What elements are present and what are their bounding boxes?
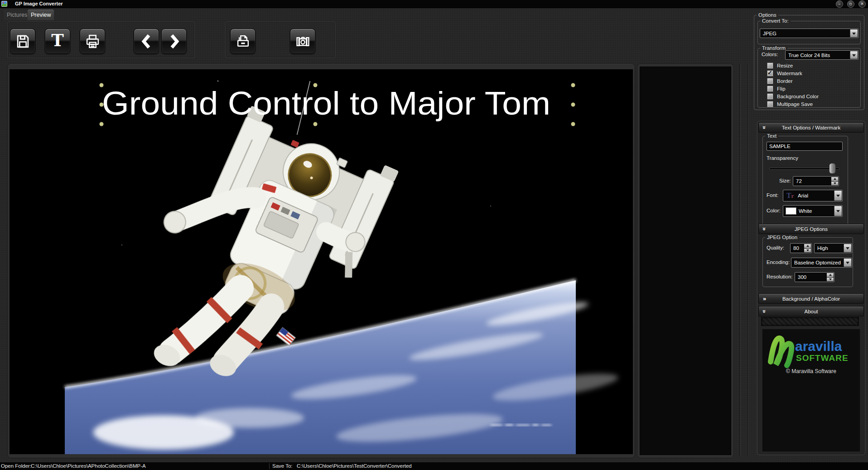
convert-to-dropdown[interactable]: JPEG — [760, 29, 858, 38]
tab-pictures[interactable]: Pictures — [4, 10, 30, 20]
checkbox-row-flip[interactable]: Flip — [767, 85, 786, 92]
text-watermark-icon: T — [51, 32, 64, 49]
checkbox-row-watermark[interactable]: Watermark — [767, 70, 802, 77]
watermark-checkbox[interactable] — [767, 70, 773, 77]
spin-up-icon — [831, 177, 838, 181]
text-watermark-button[interactable]: T — [45, 29, 70, 54]
thumbnail-panel[interactable] — [640, 67, 731, 455]
options-group: Options Convert To: JPEG Transform Color… — [754, 15, 864, 110]
save-to-path: C:\Users\Chloe\Pictures\TestConverter\Co… — [297, 463, 412, 469]
quality-spinner[interactable] — [804, 244, 811, 252]
print-button[interactable] — [80, 29, 105, 54]
convert-images-icon — [295, 34, 310, 49]
previous-icon — [139, 34, 154, 49]
checkbox-row-multipage-save[interactable]: Multipage Save — [767, 101, 813, 108]
chevron-down-icon[interactable] — [834, 206, 842, 216]
logo-name-text: aravilla — [795, 339, 842, 354]
color-label: Color: — [767, 208, 781, 213]
chevron-down-icon[interactable] — [844, 259, 851, 267]
font-dropdown[interactable]: Tr Arial — [783, 190, 843, 201]
title-bar: GP Image Converter – ◻ ✕ — [0, 0, 868, 8]
about-header[interactable]: » About — [758, 306, 864, 317]
background-alphacolor-header[interactable]: » Background / AlphaColor — [758, 293, 864, 304]
save-icon — [15, 34, 30, 49]
next-icon — [167, 34, 182, 49]
text-options-header[interactable]: » Text Options / Watermark — [758, 122, 864, 133]
quality-level-dropdown[interactable]: High — [814, 243, 852, 253]
close-button[interactable]: ✕ — [858, 0, 866, 8]
slider-thumb[interactable] — [829, 163, 836, 174]
spin-down-icon — [831, 182, 838, 186]
border-label: Border — [777, 78, 793, 84]
chevron-down-icon[interactable] — [850, 29, 858, 37]
window-title: GP Image Converter — [15, 1, 63, 6]
convert-to-value: JPEG — [763, 31, 776, 36]
chevron-down-icon[interactable] — [850, 51, 858, 59]
options-accordion: » Text Options / Watermark Text Transpar… — [757, 121, 865, 455]
convert-all-button[interactable] — [290, 29, 315, 54]
color-dropdown[interactable]: White — [783, 205, 843, 217]
chevron-down-icon[interactable] — [844, 244, 851, 252]
checkbox-row-border[interactable]: Border — [767, 77, 793, 85]
open-folder-path: C:\Users\Chloe\Pictures\APhotoCollection… — [31, 463, 146, 469]
minimize-button[interactable]: – — [836, 0, 843, 8]
watermark-text-input[interactable] — [767, 142, 843, 151]
transform-group: Transform Colors: True Color 24 Bits Res… — [757, 48, 861, 108]
transform-group-label: Transform — [760, 45, 787, 51]
resolution-spinner[interactable] — [827, 273, 834, 281]
restore-button[interactable]: ◻ — [847, 0, 854, 8]
quality-label: Quality: — [767, 245, 784, 250]
size-field[interactable]: 72 — [793, 176, 839, 186]
background-color-label: Background Color — [777, 94, 819, 99]
astronaut-photo: Ground Control to Major Tom — [10, 69, 633, 454]
panel-splitter[interactable] — [739, 64, 741, 456]
save-button[interactable] — [10, 29, 35, 54]
color-value: White — [799, 208, 812, 214]
resolution-label: Resolution: — [767, 274, 793, 279]
size-label: Size: — [779, 178, 791, 183]
convert-file-button[interactable] — [230, 29, 256, 54]
colors-dropdown[interactable]: True Color 24 Bits — [785, 50, 858, 60]
background-alphacolor-header-label: Background / AlphaColor — [782, 296, 840, 302]
encoding-dropdown[interactable]: Baseline Optomized — [791, 258, 852, 268]
spin-down-icon — [827, 278, 834, 282]
colors-value: True Color 24 Bits — [788, 53, 830, 58]
quality-field[interactable]: 80 — [790, 243, 812, 253]
preview-frame: Ground Control to Major Tom — [7, 63, 635, 458]
resolution-field[interactable]: 300 — [795, 272, 834, 282]
logo-software-text: SOFTWARE — [796, 353, 849, 363]
size-value: 72 — [796, 178, 802, 184]
resize-label: Resize — [777, 63, 793, 68]
size-spinner[interactable] — [831, 177, 838, 185]
multipage-save-checkbox[interactable] — [767, 101, 773, 107]
status-bar: Open Folder: C:\Users\Chloe\Pictures\APh… — [0, 462, 868, 470]
flip-label: Flip — [777, 86, 786, 91]
copyright-text: © Maravilla Software — [762, 368, 860, 374]
tab-preview[interactable]: Preview — [28, 10, 54, 20]
background-color-checkbox[interactable] — [767, 93, 773, 100]
font-label: Font: — [767, 192, 778, 198]
checkbox-row-background-color[interactable]: Background Color — [767, 93, 819, 100]
jpeg-options-header-label: JPEG Options — [795, 226, 828, 232]
resolution-value: 300 — [798, 274, 806, 280]
save-to-label: Save To: — [272, 463, 293, 469]
chevron-down-icon[interactable] — [834, 191, 842, 201]
jpeg-option-group-label: JPEG Option — [765, 234, 799, 240]
previous-image-button[interactable] — [134, 29, 159, 54]
panel-splitter-groove — [747, 64, 749, 456]
checkbox-row-resize[interactable]: Resize — [767, 62, 793, 69]
convert-to-group: Convert To: JPEG — [757, 21, 861, 44]
jpeg-options-header[interactable]: » JPEG Options — [758, 224, 864, 234]
preview-canvas[interactable]: Ground Control to Major Tom — [10, 69, 633, 454]
encoding-value: Baseline Optomized — [794, 260, 841, 265]
collapse-icon: » — [762, 227, 767, 230]
next-image-button[interactable] — [161, 29, 187, 54]
jpeg-option-group: JPEG Option Quality: 80 High Encoding: B… — [762, 237, 853, 287]
watermark-text[interactable]: Ground Control to Major Tom — [102, 85, 550, 121]
about-header-label: About — [804, 309, 818, 314]
transparency-slider[interactable] — [769, 163, 839, 173]
resize-checkbox[interactable] — [767, 62, 773, 69]
border-checkbox[interactable] — [767, 78, 773, 84]
flip-checkbox[interactable] — [767, 86, 773, 92]
quality-level-value: High — [817, 245, 828, 251]
